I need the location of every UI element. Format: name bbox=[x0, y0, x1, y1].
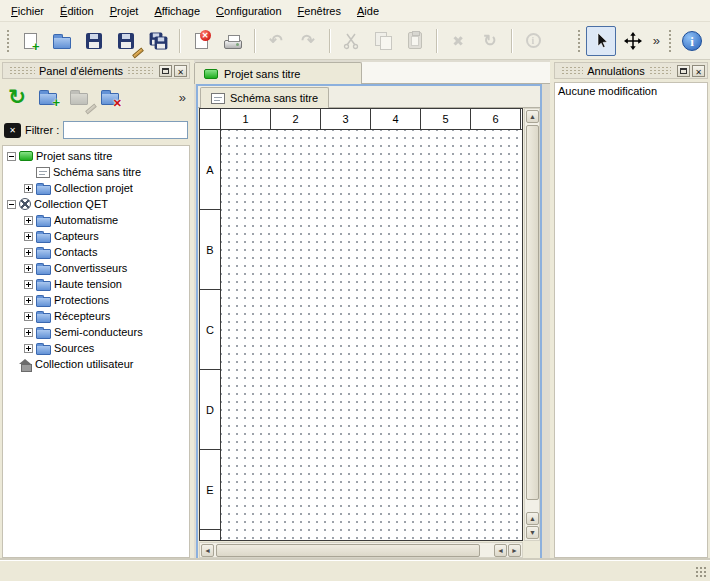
elements-panel-header[interactable]: Panel d'éléments bbox=[2, 62, 190, 79]
delete-element-button[interactable]: ✕ bbox=[96, 83, 124, 111]
tree-item-label: Protections bbox=[54, 294, 109, 306]
filter-label: Filtrer : bbox=[25, 124, 59, 136]
undo-panel-title: Annulations bbox=[587, 65, 645, 77]
element-tree[interactable]: Projet sans titreSchéma sans titreCollec… bbox=[2, 145, 190, 558]
dock-float-button[interactable] bbox=[677, 65, 690, 77]
dock-close-button[interactable] bbox=[692, 65, 705, 77]
cut-button[interactable] bbox=[336, 26, 366, 56]
scroll-left-button[interactable] bbox=[201, 544, 214, 557]
paste-button[interactable] bbox=[400, 26, 430, 56]
tree-item-protections[interactable]: Protections bbox=[3, 292, 189, 308]
panel-overflow-button[interactable]: » bbox=[176, 90, 189, 105]
toolbar-overflow-button[interactable]: » bbox=[650, 33, 663, 48]
tab-schema-sans-titre[interactable]: Schéma sans titre bbox=[200, 87, 329, 108]
tab-projet-sans-titre[interactable]: Projet sans titre bbox=[194, 62, 362, 84]
delete-element-icon: ✕ bbox=[101, 93, 119, 105]
tree-item-projet-sans-titre[interactable]: Projet sans titre bbox=[3, 148, 189, 164]
scroll-up-button[interactable] bbox=[526, 512, 539, 525]
collapse-icon[interactable] bbox=[7, 200, 16, 209]
scroll-left-button[interactable] bbox=[494, 544, 507, 557]
copy-button[interactable] bbox=[368, 26, 398, 56]
resize-grip[interactable] bbox=[695, 566, 708, 579]
folder-icon bbox=[36, 185, 51, 195]
vertical-scrollbar[interactable] bbox=[524, 108, 540, 541]
tree-item-haute-tension[interactable]: Haute tension bbox=[3, 276, 189, 292]
edit-element-button[interactable] bbox=[65, 83, 93, 111]
scroll-down-button[interactable] bbox=[526, 526, 539, 539]
expand-icon[interactable] bbox=[24, 312, 33, 321]
tree-item-collection-projet[interactable]: Collection projet bbox=[3, 180, 189, 196]
open-project-button[interactable] bbox=[47, 26, 77, 56]
expand-icon[interactable] bbox=[24, 328, 33, 337]
menu-projet[interactable]: Projet bbox=[102, 1, 147, 21]
expand-icon[interactable] bbox=[24, 264, 33, 273]
expand-icon[interactable] bbox=[24, 344, 33, 353]
dock-grip[interactable] bbox=[561, 66, 583, 75]
undo-button[interactable] bbox=[261, 26, 291, 56]
close-file-button[interactable] bbox=[186, 26, 216, 56]
delete-button[interactable] bbox=[443, 26, 473, 56]
expand-icon[interactable] bbox=[24, 296, 33, 305]
new-document-button[interactable]: + bbox=[15, 26, 45, 56]
tree-item-recepteurs[interactable]: Récepteurs bbox=[3, 308, 189, 324]
rotate-button[interactable] bbox=[475, 26, 505, 56]
tree-item-schema-sans-titre[interactable]: Schéma sans titre bbox=[3, 164, 189, 180]
tree-item-label: Automatisme bbox=[54, 214, 118, 226]
print-button[interactable] bbox=[218, 26, 248, 56]
dock-float-button[interactable] bbox=[159, 65, 172, 77]
home-icon bbox=[19, 359, 32, 370]
dock-grip[interactable] bbox=[649, 66, 671, 75]
about-help-button[interactable] bbox=[677, 26, 707, 56]
scroll-up-button[interactable] bbox=[526, 110, 539, 123]
dock-grip[interactable] bbox=[9, 66, 35, 75]
toolbar-separator bbox=[329, 29, 330, 53]
scroll-right-button[interactable] bbox=[508, 544, 521, 557]
toolbar-handle[interactable] bbox=[5, 28, 11, 54]
tree-item-sources[interactable]: Sources bbox=[3, 340, 189, 356]
toolbar-handle[interactable] bbox=[576, 28, 582, 54]
expand-icon[interactable] bbox=[24, 248, 33, 257]
save-all-button[interactable] bbox=[143, 26, 173, 56]
menu-affichage[interactable]: Affichage bbox=[146, 1, 208, 21]
tree-item-contacts[interactable]: Contacts bbox=[3, 244, 189, 260]
reload-collections-button[interactable] bbox=[3, 83, 31, 111]
expand-icon[interactable] bbox=[24, 232, 33, 241]
dock-grip[interactable] bbox=[127, 66, 153, 75]
info-button[interactable] bbox=[518, 26, 548, 56]
collapse-icon[interactable] bbox=[7, 152, 16, 161]
filter-input[interactable] bbox=[63, 121, 188, 139]
menu-fichier[interactable]: Fichier bbox=[3, 1, 52, 21]
menu-configuration[interactable]: Configuration bbox=[208, 1, 289, 21]
menu-edition[interactable]: Édition bbox=[52, 1, 102, 21]
tree-item-label: Capteurs bbox=[54, 230, 99, 242]
tree-item-collection-qet[interactable]: Collection QET bbox=[3, 196, 189, 212]
tree-item-capteurs[interactable]: Capteurs bbox=[3, 228, 189, 244]
new-element-button[interactable]: + bbox=[34, 83, 62, 111]
tree-item-automatisme[interactable]: Automatisme bbox=[3, 212, 189, 228]
select-tool-button[interactable] bbox=[586, 26, 616, 56]
toolbar-handle[interactable] bbox=[667, 28, 673, 54]
move-tool-button[interactable] bbox=[618, 26, 648, 56]
info-icon bbox=[526, 33, 541, 48]
vertical-scroll-thumb[interactable] bbox=[526, 125, 539, 500]
tree-item-collection-utilisateur[interactable]: Collection utilisateur bbox=[3, 356, 189, 372]
redo-button[interactable] bbox=[293, 26, 323, 56]
menu-aide[interactable]: Aide bbox=[349, 1, 387, 21]
undo-history-list[interactable]: Aucune modification bbox=[554, 82, 708, 558]
dock-close-button[interactable] bbox=[174, 65, 187, 77]
save-button[interactable] bbox=[79, 26, 109, 56]
tree-item-convertisseurs[interactable]: Convertisseurs bbox=[3, 260, 189, 276]
expand-icon[interactable] bbox=[24, 184, 33, 193]
close-icon bbox=[695, 65, 702, 77]
expand-icon[interactable] bbox=[24, 280, 33, 289]
menu-fenetres[interactable]: Fenêtres bbox=[290, 1, 349, 21]
schema-icon bbox=[211, 93, 225, 104]
save-as-button[interactable] bbox=[111, 26, 141, 56]
clear-filter-icon[interactable] bbox=[4, 123, 21, 138]
horizontal-scrollbar[interactable] bbox=[199, 542, 523, 558]
expand-icon[interactable] bbox=[24, 216, 33, 225]
horizontal-scroll-thumb[interactable] bbox=[216, 544, 480, 557]
undo-panel-header[interactable]: Annulations bbox=[554, 62, 708, 79]
schema-canvas[interactable] bbox=[221, 130, 522, 540]
tree-item-semi-conducteurs[interactable]: Semi-conducteurs bbox=[3, 324, 189, 340]
